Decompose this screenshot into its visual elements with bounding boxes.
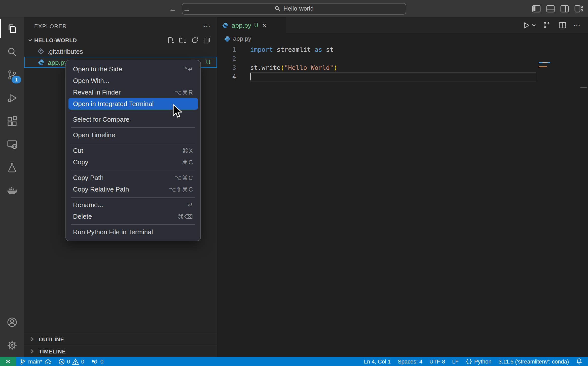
back-arrow-icon[interactable]: ← [168, 4, 177, 13]
tab-dirty-indicator: U [254, 22, 258, 28]
run-python-file-button[interactable] [523, 21, 536, 29]
gitattributes-file-icon [37, 48, 44, 55]
menu-item-open-with[interactable]: Open With... [68, 75, 198, 86]
problems-status[interactable]: 0 0 [55, 357, 88, 366]
tab-app-py[interactable]: app.py U × [217, 17, 286, 33]
panel-outline[interactable]: OUTLINE [24, 333, 217, 345]
context-menu: Open to the Side^↵ Open With... Reveal i… [65, 60, 201, 241]
toggle-sidebar-icon[interactable] [532, 5, 541, 13]
file-name: app.py [48, 59, 67, 66]
menu-separator [71, 127, 195, 127]
menu-item-delete[interactable]: Delete⌘⌫ [68, 211, 198, 222]
source-control-badge: 1 [12, 76, 21, 83]
menu-item-rename[interactable]: Rename...↵ [68, 199, 198, 211]
collapse-folders-icon[interactable] [203, 36, 211, 44]
warnings-icon [72, 358, 79, 365]
chevron-right-icon [28, 347, 36, 355]
eol-status[interactable]: LF [449, 357, 462, 366]
run-icon [523, 21, 530, 29]
menu-item-run-python-file-in-terminal[interactable]: Run Python File in Terminal [68, 226, 198, 238]
cursor-position-status[interactable]: Ln 4, Col 1 [360, 357, 394, 366]
ports-broadcast-icon [91, 358, 98, 365]
new-file-icon[interactable] [167, 36, 175, 44]
customize-layout-icon[interactable] [574, 5, 583, 13]
chevron-right-icon [28, 335, 36, 343]
search-icon [274, 6, 280, 12]
line-number-active: 4 [217, 72, 236, 81]
notifications-bell[interactable] [572, 357, 588, 366]
refresh-icon[interactable] [191, 36, 199, 44]
menu-separator [71, 143, 195, 143]
command-center-search[interactable]: Hello-world [182, 3, 406, 14]
toggle-panel-icon[interactable] [546, 5, 555, 13]
chevron-down-icon [26, 36, 34, 44]
bell-icon [576, 358, 582, 365]
remote-indicator[interactable] [0, 357, 16, 366]
forward-arrow-icon[interactable]: → [182, 4, 191, 13]
python-file-icon [222, 22, 229, 28]
git-branch-status[interactable]: main* [16, 357, 55, 366]
editor-more-actions-icon[interactable]: ⋯ [573, 21, 581, 29]
folder-name: HELLO-WORLD [34, 37, 77, 43]
language-mode-status[interactable]: Python [462, 357, 495, 366]
panel-label: TIMELINE [39, 348, 66, 354]
menu-separator [71, 170, 195, 170]
breadcrumb[interactable]: app.py [217, 33, 588, 44]
file-name: .gitattributes [47, 48, 83, 55]
file-row-gitattributes[interactable]: .gitattributes [24, 46, 217, 57]
menu-item-open-to-the-side[interactable]: Open to the Side^↵ [68, 63, 198, 75]
run-debug-icon[interactable] [0, 86, 24, 110]
remote-explorer-icon[interactable] [0, 133, 24, 156]
new-folder-icon[interactable] [179, 36, 187, 44]
split-editor-right-icon[interactable] [560, 5, 569, 13]
open-changes-icon[interactable] [543, 21, 551, 29]
ports-status[interactable]: 0 [88, 357, 107, 366]
split-editor-icon[interactable] [558, 21, 566, 29]
menu-item-reveal-in-finder[interactable]: Reveal in Finder⌥⌘R [68, 86, 198, 98]
line-number: 2 [217, 54, 236, 63]
code-editor[interactable]: 1 2 3 4 import streamlit as st st.write(… [217, 44, 588, 357]
ports-count: 0 [100, 358, 103, 364]
menu-separator [71, 197, 195, 197]
menu-item-copy-relative-path[interactable]: Copy Relative Path⌥⇧⌘C [68, 184, 198, 195]
minimap[interactable] [539, 62, 550, 67]
search-sidebar-icon[interactable] [0, 40, 24, 63]
explorer-more-actions-icon[interactable]: ⋯ [203, 22, 211, 30]
line-number: 1 [217, 45, 236, 54]
branch-name: main* [28, 358, 42, 364]
accounts-icon[interactable] [0, 311, 24, 334]
python-file-icon [224, 35, 231, 42]
menu-item-copy-path[interactable]: Copy Path⌥⌘C [68, 172, 198, 184]
tab-label: app.py [232, 21, 251, 29]
status-bar: main* 0 0 0 Ln 4, Col 1 [0, 357, 588, 366]
tab-bar: app.py U × [217, 17, 588, 33]
panel-label: OUTLINE [39, 336, 64, 342]
indentation-status[interactable]: Spaces: 4 [394, 357, 426, 366]
menu-item-cut[interactable]: Cut⌘X [68, 145, 198, 156]
errors-icon [58, 358, 65, 365]
command-center-label: Hello-world [283, 5, 314, 12]
source-control-icon[interactable]: 1 [0, 63, 24, 86]
current-line-highlight [250, 72, 536, 81]
folder-row-hello-world[interactable]: HELLO-WORLD [24, 35, 217, 46]
activity-bar: 1 [0, 17, 24, 357]
warnings-count: 0 [81, 358, 84, 364]
extensions-icon[interactable] [0, 110, 24, 133]
code-line-1: import streamlit as st [250, 45, 334, 54]
vscode-window: ← → Hello-world [0, 0, 588, 366]
close-icon[interactable]: × [262, 21, 266, 29]
menu-item-copy[interactable]: Copy⌘C [68, 156, 198, 168]
explorer-icon[interactable] [0, 17, 24, 40]
panel-timeline[interactable]: TIMELINE [24, 345, 217, 357]
settings-gear-icon[interactable] [0, 334, 24, 357]
text-caret [250, 73, 251, 80]
python-file-icon [38, 59, 45, 66]
menu-item-open-timeline[interactable]: Open Timeline [68, 129, 198, 141]
branch-icon [20, 358, 26, 365]
python-interpreter-status[interactable]: 3.11.5 ('streamlitenv': conda) [495, 357, 572, 366]
breadcrumb-item: app.py [233, 35, 251, 42]
encoding-status[interactable]: UTF-8 [426, 357, 449, 366]
testing-icon[interactable] [0, 156, 24, 179]
docker-icon[interactable] [0, 179, 24, 202]
overview-ruler-marker [580, 87, 587, 88]
